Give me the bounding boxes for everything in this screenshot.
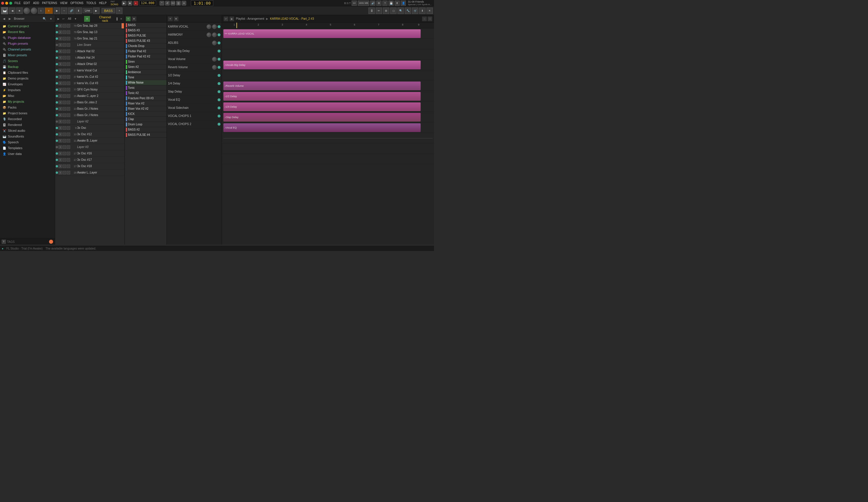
cr-mute[interactable]: 1: [59, 30, 62, 34]
cr-solo[interactable]: ·: [63, 107, 66, 111]
cr-bar-icon[interactable]: ▐: [115, 17, 118, 21]
sidebar-item-sliced-audio[interactable]: ✂️ Sliced audio: [0, 128, 55, 133]
channel-entry-ambience[interactable]: Ambience: [125, 70, 166, 75]
channel-entry-white-noise[interactable]: White Noise: [125, 80, 166, 85]
cr-mute[interactable]: 1: [59, 50, 62, 53]
cr-led[interactable]: [56, 76, 58, 78]
menu-add[interactable]: ADD: [33, 1, 39, 4]
cr-env[interactable]: ·: [67, 139, 70, 143]
cr-name[interactable]: 3x Osc: [77, 126, 124, 130]
cr-led[interactable]: [56, 38, 58, 40]
loop-tool[interactable]: ↺: [165, 1, 170, 6]
track-clip-quarter-delay[interactable]: ♪1/4 Delay: [224, 102, 421, 111]
ap-led[interactable]: [218, 66, 220, 69]
grid-btn[interactable]: ⊞: [383, 8, 389, 14]
browser-toggle[interactable]: 🎹: [1, 7, 8, 14]
cr-led[interactable]: [56, 101, 58, 104]
cr-env[interactable]: ·: [67, 82, 70, 85]
ap-add[interactable]: +: [168, 17, 173, 21]
sidebar-item-misc[interactable]: 📂 Misc: [0, 93, 55, 99]
cr-name[interactable]: 3x Osc #12: [77, 133, 124, 136]
cr-name[interactable]: Attack Hat 24: [77, 56, 124, 59]
sidebar-star[interactable]: ★: [49, 17, 53, 21]
cr-env[interactable]: ·: [67, 101, 70, 104]
cr-env[interactable]: ·: [67, 120, 70, 123]
sidebar-item-channel-presets[interactable]: 🔌 Channel presets: [0, 47, 55, 52]
cr-name[interactable]: SFX Cym Noisy: [77, 88, 124, 91]
ap-led[interactable]: [218, 123, 220, 126]
cr-solo[interactable]: ·: [63, 133, 66, 136]
cr-solo[interactable]: ·: [63, 126, 66, 130]
cr-env[interactable]: ·: [67, 145, 70, 149]
channel-rack-icon[interactable]: ≡: [45, 8, 53, 14]
cr-mute[interactable]: 1: [59, 88, 62, 91]
tempo-tool[interactable]: ⌃: [159, 1, 164, 6]
master-pitch-knob[interactable]: [31, 8, 37, 14]
sidebar-item-recent-files[interactable]: 📂 Recent files: [0, 29, 55, 35]
channel-entry-drum-loop[interactable]: Drum Loop: [125, 122, 166, 127]
sidebar-nav-right[interactable]: ▶: [8, 17, 12, 21]
cr-led[interactable]: [56, 31, 58, 33]
cr-env[interactable]: ·: [67, 126, 70, 130]
cr-env[interactable]: ·: [67, 62, 70, 66]
cr-mute[interactable]: 1: [59, 120, 62, 123]
cr-mute[interactable]: 1: [59, 139, 62, 143]
channel-entry-tonic[interactable]: Tonic: [125, 85, 166, 91]
cr-mute[interactable]: 1: [59, 171, 62, 174]
cr-solo[interactable]: ·: [63, 145, 66, 149]
sidebar-item-plugin-database[interactable]: 🔌 Plugin database: [0, 35, 55, 41]
ap-entry-quarter-delay[interactable]: 1/4 Delay: [167, 80, 221, 88]
export-icon[interactable]: ⬆: [394, 1, 400, 6]
sidebar-item-backup[interactable]: 💾 Backup: [0, 64, 55, 70]
ap-entry-harmony[interactable]: HARMONY: [167, 31, 221, 39]
ap-entry-half-delay[interactable]: 1/2 Delay: [167, 71, 221, 80]
ap-led[interactable]: [218, 82, 220, 85]
cr-name[interactable]: Grv Sna..lap 28: [77, 24, 121, 27]
cr-solo[interactable]: ·: [63, 158, 66, 162]
cr-solo[interactable]: ·: [63, 101, 66, 104]
channel-entry-clap[interactable]: Clap: [125, 117, 166, 122]
ap-entry-vocal-chops2[interactable]: VOCAL CHOPS 2: [167, 120, 221, 128]
cr-solo[interactable]: ·: [63, 69, 66, 72]
ap-led[interactable]: [218, 99, 220, 101]
cr-led[interactable]: [56, 121, 58, 123]
record-button[interactable]: ●: [133, 1, 138, 6]
maximize-button[interactable]: [9, 2, 12, 4]
cr-solo[interactable]: ·: [63, 82, 66, 85]
sidebar-item-recorded[interactable]: 🎙️ Recorded: [0, 116, 55, 122]
cr-solo[interactable]: ·: [63, 43, 66, 47]
track-clip-vocal-eq[interactable]: ♪Vocal EQ: [224, 123, 421, 132]
cr-name[interactable]: Awake B..Layer: [77, 139, 124, 142]
sidebar-item-scores[interactable]: 🎵 Scores: [0, 58, 55, 64]
pp-tool2[interactable]: ▶: [229, 17, 234, 21]
sidebar-item-rendered[interactable]: 🎚️ Rendered: [0, 122, 55, 128]
cr-env[interactable]: ·: [67, 158, 70, 162]
cr-name[interactable]: 3x Osc #16: [77, 152, 124, 155]
ap-led[interactable]: [218, 90, 220, 93]
cr-name[interactable]: Attack OHat 02: [77, 62, 124, 65]
cr-mute[interactable]: 1: [59, 126, 62, 130]
cr-mute[interactable]: 1: [59, 152, 62, 155]
cr-mute[interactable]: 1: [59, 113, 62, 117]
cr-led[interactable]: [56, 172, 58, 174]
cr-name[interactable]: Bass Gr..otes 2: [77, 101, 124, 104]
cr-led[interactable]: [56, 127, 58, 129]
cr-led[interactable]: [56, 50, 58, 52]
sidebar-item-mixer-presets[interactable]: 🎚️ Mixer presets: [0, 52, 55, 58]
pp-minimize[interactable]: −: [422, 17, 427, 21]
cr-mute[interactable]: 1: [59, 82, 62, 85]
ap-led[interactable]: [218, 50, 220, 52]
clp-close[interactable]: ✕: [132, 17, 136, 21]
bpm-display[interactable]: 124.000: [139, 1, 156, 6]
ap-entry-karra-vocal[interactable]: KARRA VOCAL: [167, 23, 221, 31]
cr-led[interactable]: [56, 152, 58, 155]
cr-led[interactable]: [56, 25, 58, 27]
cart-btn[interactable]: 🛒: [412, 8, 418, 14]
cr-mute[interactable]: 1: [59, 43, 62, 47]
cr-led[interactable]: [56, 57, 58, 59]
cr-env[interactable]: ·: [67, 113, 70, 117]
cr-solo[interactable]: ·: [63, 120, 66, 123]
star-icon[interactable]: ★: [16, 8, 23, 14]
ap-led[interactable]: [218, 115, 220, 117]
cr-led[interactable]: [56, 146, 58, 148]
